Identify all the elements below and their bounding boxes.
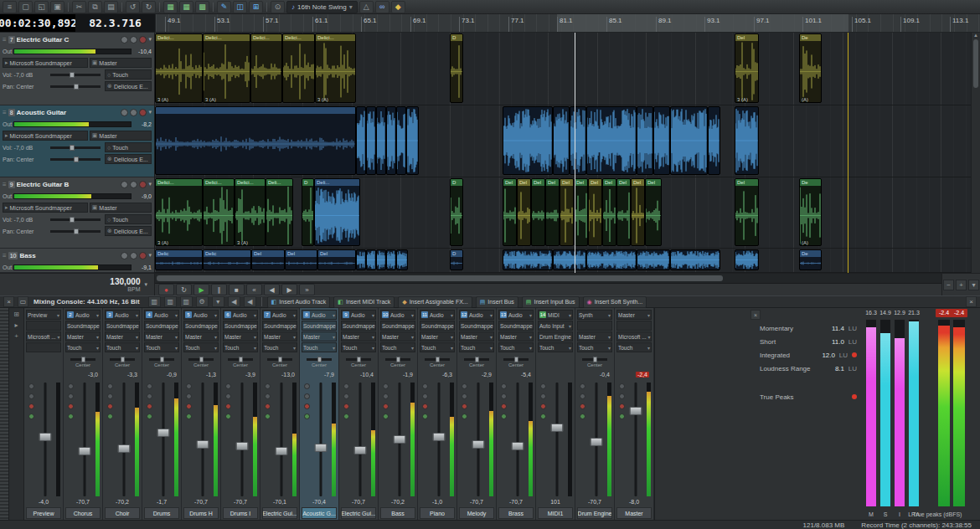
track-header[interactable]: ≡10Bass▾Out-9,1 <box>0 249 154 273</box>
audio-clip[interactable] <box>396 106 406 175</box>
track-header[interactable]: ≡8Acoustic Guitar▾Out-8,2▸Microsoft Soun… <box>0 105 154 177</box>
solo-button[interactable] <box>383 393 389 399</box>
audio-clip[interactable]: De(A) <box>799 33 822 103</box>
split-tool-icon[interactable]: ⊞ <box>249 1 263 13</box>
copy-icon[interactable]: ⧉ <box>88 1 102 13</box>
audio-clip[interactable]: Delici...3 (A) <box>203 33 250 103</box>
audio-clip[interactable]: Del <box>545 178 560 246</box>
solo-button[interactable] <box>68 393 74 399</box>
strip-automation[interactable]: Touch▾ <box>498 342 534 352</box>
insert-button[interactable]: ◧Insert MIDI Track <box>333 296 395 308</box>
pan-handle[interactable] <box>160 357 164 362</box>
solo-button[interactable] <box>130 181 137 188</box>
pan-slider[interactable] <box>385 358 410 361</box>
audio-clip[interactable]: Del <box>531 178 545 246</box>
edit-tool-icon[interactable]: ▩ <box>195 1 209 13</box>
audio-clip[interactable]: Del <box>645 178 662 246</box>
strip-input[interactable]: Soundmapper▾ <box>262 321 297 331</box>
pan-slider[interactable] <box>346 358 371 361</box>
audio-clip[interactable]: Delici... <box>250 33 282 103</box>
volume-slider[interactable] <box>50 146 101 149</box>
arm-record-button[interactable] <box>462 403 467 409</box>
write-automation-button[interactable] <box>107 413 113 419</box>
strip-name[interactable]: Brass <box>498 507 534 519</box>
strip-filter-icon[interactable]: ▥ <box>180 296 193 307</box>
time-display-smpte[interactable]: 00:02:30,892 <box>0 14 75 32</box>
strip-type[interactable]: 3Audio▾ <box>105 310 140 320</box>
strip-automation[interactable]: Touch▾ <box>183 342 219 352</box>
rewind-to-start-button[interactable]: « <box>246 284 262 295</box>
audio-clip[interactable]: Del <box>631 178 645 246</box>
strip-name[interactable]: Drums H <box>183 507 219 519</box>
track-menu-icon[interactable]: ▾ <box>148 36 152 43</box>
audio-clip[interactable]: D <box>450 33 463 103</box>
pan-slider[interactable] <box>110 358 135 361</box>
strip-pan[interactable]: Center <box>105 353 140 372</box>
arm-record-button[interactable] <box>139 36 147 44</box>
mixer-strip[interactable]: 13Audio▾Soundmapper▾Master▾Touch▾Center-… <box>497 308 536 520</box>
strip-name[interactable]: Preview <box>26 507 61 519</box>
scroll-strips-icon[interactable]: ◀ <box>244 296 256 307</box>
volume-fader[interactable] <box>315 444 328 452</box>
solo-button[interactable] <box>265 393 271 399</box>
strip-type[interactable]: 13Audio▾ <box>498 310 534 320</box>
mixer-strip[interactable]: Preview▾Microsoft ...▾-4,0Preview <box>24 308 64 520</box>
strip-input[interactable]: Soundmapper▾ <box>105 321 140 331</box>
mute-button[interactable] <box>186 383 192 389</box>
pan-slider[interactable] <box>70 358 95 361</box>
arm-record-button[interactable] <box>383 403 389 409</box>
strip-output[interactable]: Master▾ <box>380 331 415 342</box>
track-grip-icon[interactable]: ≡ <box>3 36 7 44</box>
fx-bin-item[interactable]: ⊗Delicious E... <box>105 226 152 236</box>
write-automation-button[interactable] <box>422 413 428 419</box>
strip-pan[interactable]: Center <box>302 353 337 372</box>
volume-slider[interactable] <box>50 74 101 76</box>
strip-input[interactable]: Soundmapper▾ <box>223 321 258 331</box>
dock-drag-handle[interactable] <box>0 308 9 520</box>
pan-handle[interactable] <box>475 357 479 362</box>
write-automation-button[interactable] <box>265 413 271 419</box>
pan-handle[interactable] <box>593 357 597 362</box>
mixer-strip[interactable]: 3Audio▾Soundmapper▾Master▾Touch▾Center-3… <box>103 308 142 520</box>
loop-button[interactable]: ↻ <box>176 284 192 295</box>
groove-quantize-combo[interactable]: ♪16th Note Swing▾ <box>286 1 358 13</box>
strip-output[interactable]: Master▾ <box>302 331 337 342</box>
metronome-icon[interactable]: △ <box>359 1 374 13</box>
strip-type[interactable]: 10Audio▾ <box>380 310 415 320</box>
clips-pane[interactable]: Delici...3 (A)Delici...3 (A)Delici...Del… <box>155 33 971 273</box>
audio-clip[interactable] <box>386 106 396 175</box>
arm-record-button[interactable] <box>139 252 147 259</box>
write-automation-button[interactable] <box>383 413 389 419</box>
solo-button[interactable] <box>580 393 585 399</box>
mute-button[interactable] <box>580 383 585 389</box>
strip-input[interactable]: Soundmapper▾ <box>380 321 415 331</box>
strip-input[interactable]: Soundmapper▾ <box>302 321 337 331</box>
loop-icon[interactable]: ∞ <box>375 1 389 13</box>
pan-slider[interactable] <box>307 358 332 361</box>
arm-record-button[interactable] <box>147 403 152 409</box>
audio-clip[interactable] <box>708 106 720 175</box>
arm-record-button[interactable] <box>619 403 625 409</box>
zoom-in-button[interactable]: + <box>956 280 967 290</box>
automation-mode-select[interactable]: ○Touch <box>105 142 152 152</box>
mute-button[interactable] <box>619 383 625 389</box>
audio-clip[interactable] <box>653 106 670 175</box>
mute-button[interactable] <box>121 181 128 188</box>
write-automation-button[interactable] <box>186 413 192 419</box>
strip-pan[interactable]: Center <box>223 353 258 372</box>
arm-record-button[interactable] <box>265 403 271 409</box>
audio-clip[interactable] <box>396 249 408 270</box>
track-vertical-scrollbar[interactable]: ▲ <box>971 33 980 273</box>
mute-button[interactable] <box>121 36 128 44</box>
scrollbar-thumb[interactable] <box>973 39 978 88</box>
strip-automation[interactable]: Touch▾ <box>341 342 376 352</box>
strip-type[interactable]: Synth▾ <box>577 310 612 320</box>
marker-icon[interactable]: ◆ <box>391 1 405 13</box>
pan-handle[interactable] <box>239 357 243 362</box>
audio-clip[interactable]: De(A) <box>799 178 822 246</box>
previous-measure-button[interactable]: ◀ <box>264 284 280 295</box>
solo-button[interactable] <box>130 109 137 116</box>
strip-name[interactable]: Master <box>616 507 652 519</box>
audio-clip[interactable]: Delici... <box>282 33 315 103</box>
mute-button[interactable] <box>304 383 310 389</box>
